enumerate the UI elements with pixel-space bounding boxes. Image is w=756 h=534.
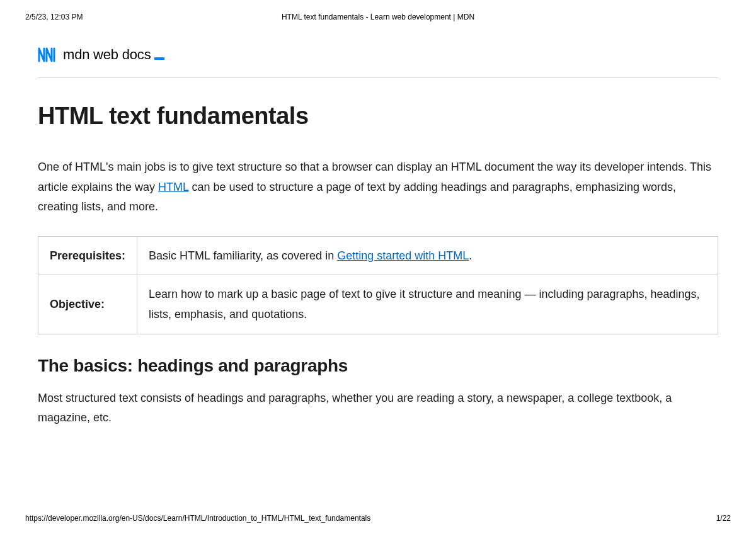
print-page-number: 1/22 — [716, 514, 731, 523]
table-row: Objective: Learn how to mark up a basic … — [38, 275, 718, 334]
print-footer: https://developer.mozilla.org/en-US/docs… — [25, 514, 731, 523]
intro-paragraph: One of HTML's main jobs is to give text … — [38, 157, 718, 217]
objective-cell: Learn how to mark up a basic page of tex… — [137, 275, 718, 334]
prerequisites-header: Prerequisites: — [38, 236, 137, 275]
logo-text: mdn web docs — [63, 47, 151, 63]
logo-bar: mdn web docs — [38, 28, 718, 77]
cell-text: Basic HTML familiarity, as covered in — [149, 249, 337, 262]
html-link[interactable]: HTML — [158, 181, 188, 193]
prerequisites-cell: Basic HTML familiarity, as covered in Ge… — [137, 236, 718, 275]
section-heading: The basics: headings and paragraphs — [38, 356, 718, 376]
print-timestamp: 2/5/23, 12:03 PM — [25, 13, 83, 21]
objective-header: Objective: — [38, 275, 137, 334]
cell-text: . — [469, 249, 472, 262]
info-table: Prerequisites: Basic HTML familiarity, a… — [38, 236, 718, 334]
print-header: 2/5/23, 12:03 PM HTML text fundamentals … — [0, 0, 756, 28]
table-row: Prerequisites: Basic HTML familiarity, a… — [38, 236, 718, 275]
getting-started-link[interactable]: Getting started with HTML — [337, 249, 469, 262]
mdn-logo-icon — [38, 47, 58, 62]
page-title: HTML text fundamentals — [38, 103, 718, 130]
section-body: Most structured text consists of heading… — [38, 389, 718, 428]
logo-cursor-icon — [154, 57, 164, 60]
print-title: HTML text fundamentals - Learn web devel… — [282, 13, 474, 21]
print-url: https://developer.mozilla.org/en-US/docs… — [25, 514, 370, 523]
